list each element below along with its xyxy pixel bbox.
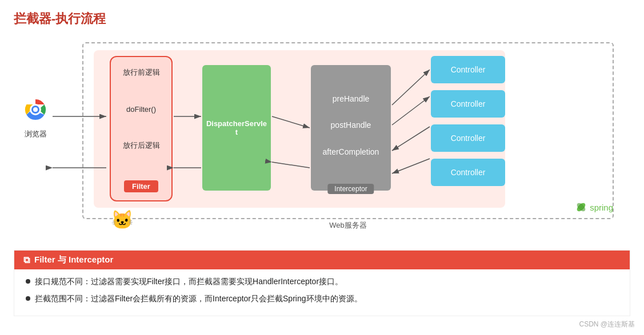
- watermark: CSDN @连连斯基: [579, 320, 635, 329]
- filter-text-top: 放行前逻辑: [123, 67, 160, 78]
- interceptor-badge: Interceptor: [327, 184, 374, 194]
- filter-interceptor-section: ⧉ Filter 与 Interceptor 接口规范不同：过滤器需要实现Fil…: [14, 250, 630, 316]
- filter-dofilter: doFilter(): [126, 105, 156, 114]
- controller-1: Controller: [431, 56, 505, 83]
- bullet-dot-2: [26, 296, 30, 301]
- spring-label: spring: [590, 203, 613, 212]
- filter-badge: Filter: [124, 180, 158, 192]
- section-body: 接口规范不同：过滤器需要实现Filter接口，而拦截器需要实现HandlerIn…: [14, 269, 630, 316]
- bullet-item-2: 拦截范围不同：过滤器Filter会拦截所有的资源，而Interceptor只会拦…: [26, 292, 618, 305]
- tomcat-icon: 🐱: [111, 209, 134, 231]
- controller-2: Controller: [431, 90, 505, 118]
- svg-point-5: [575, 201, 587, 213]
- bullet-text-2: 拦截范围不同：过滤器Filter会拦截所有的资源，而Interceptor只会拦…: [35, 292, 362, 305]
- interceptor-prehandle: preHandle: [333, 94, 370, 103]
- bullet-item-1: 接口规范不同：过滤器需要实现Filter接口，而拦截器需要实现HandlerIn…: [26, 275, 618, 288]
- diagram-area: Web服务器 浏览器: [14, 37, 630, 242]
- web-server-label: Web服务器: [329, 220, 367, 231]
- spring-leaf-icon: [575, 201, 587, 213]
- controllers-area: Controller Controller Controller Control…: [431, 56, 505, 186]
- page-title: 拦截器-执行流程: [14, 10, 630, 27]
- interceptor-aftercompletion: afterCompletion: [323, 147, 379, 156]
- svg-point-3: [33, 107, 38, 112]
- spring-logo: spring: [575, 201, 613, 213]
- browser-label: 浏览器: [25, 129, 47, 139]
- browser-area: 浏览器: [19, 94, 51, 139]
- filter-text-bottom: 放行后逻辑: [123, 140, 160, 151]
- dispatcher-box: DispatcherServlet: [202, 65, 271, 191]
- section-header: ⧉ Filter 与 Interceptor: [14, 251, 630, 269]
- controller-4: Controller: [431, 159, 505, 186]
- bullet-text-1: 接口规范不同：过滤器需要实现Filter接口，而拦截器需要实现HandlerIn…: [35, 275, 343, 288]
- interceptor-box: preHandle postHandle afterCompletion Int…: [311, 65, 391, 191]
- browser-icon: [19, 94, 51, 126]
- bullet-dot-1: [26, 279, 30, 284]
- dispatcher-label: DispatcherServlet: [202, 119, 271, 136]
- filter-box: 放行前逻辑 doFilter() 放行后逻辑 Filter: [110, 56, 173, 201]
- section-header-icon: ⧉: [23, 255, 30, 265]
- section-header-text: Filter 与 Interceptor: [34, 255, 113, 265]
- interceptor-posthandle: postHandle: [331, 120, 371, 130]
- page-container: 拦截器-执行流程 Web服务器: [0, 0, 644, 325]
- controller-3: Controller: [431, 124, 505, 152]
